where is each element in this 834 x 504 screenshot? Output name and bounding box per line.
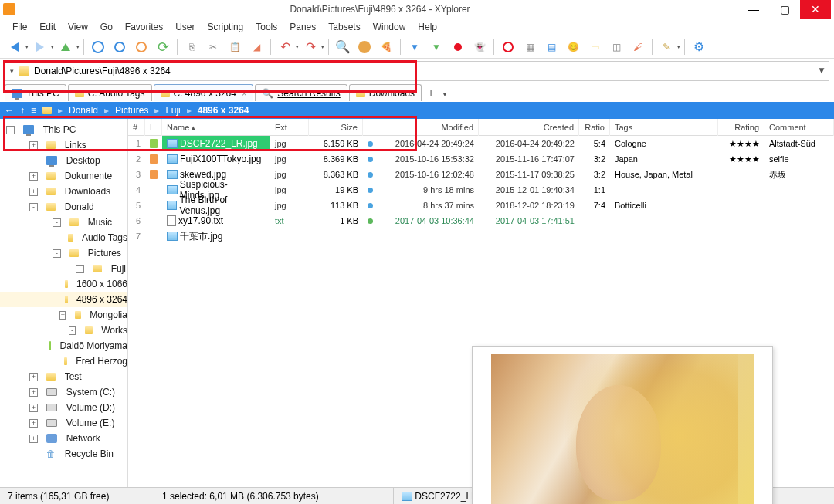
tree-toggle-icon[interactable]: - [76, 265, 84, 273]
tree-toggle-icon[interactable]: - [53, 218, 61, 227]
filter-toggle-icon[interactable]: ▼ [817, 65, 826, 76]
filter2-icon[interactable]: ▼ [426, 37, 446, 57]
menu-panes[interactable]: Panes [283, 19, 322, 35]
column-header[interactable]: L [145, 119, 162, 136]
pizza-icon[interactable]: 🍕 [376, 37, 396, 57]
tree-toggle-icon[interactable]: + [29, 141, 38, 150]
panel-icon[interactable]: ▭ [585, 37, 605, 57]
tree-toggle-icon[interactable]: - [69, 326, 76, 335]
tree-node[interactable]: Audio Tags [0, 230, 127, 245]
tree-node[interactable]: 1600 x 1066 [0, 276, 127, 292]
column-header[interactable]: Size [309, 119, 363, 136]
tree-node[interactable]: - Music [0, 215, 127, 230]
column-header[interactable]: Ext [270, 119, 309, 136]
file-row[interactable]: 7 千葉市.jpg [128, 228, 834, 244]
tree-node[interactable]: + Network [0, 431, 127, 446]
crumb-1[interactable]: Donald [69, 105, 98, 116]
tree-node[interactable]: Fred Herzog [0, 353, 127, 369]
delete-icon[interactable]: ◢ [246, 37, 266, 57]
zoom-icon[interactable] [110, 37, 130, 57]
file-row[interactable]: 1 DSCF2722_LR.jpgjpg6.159 KB2016-04-24 2… [128, 136, 834, 151]
folder-tree[interactable]: - This PC+ Links Desktop+ Dokumente+ Dow… [0, 119, 128, 487]
column-header[interactable]: Name▴ [162, 119, 270, 136]
tree-node[interactable]: + Volume (E:) [0, 415, 127, 431]
emoji-icon[interactable]: 😊 [563, 37, 583, 57]
tree-node[interactable]: - Donald [0, 199, 127, 215]
tree-toggle-icon[interactable]: + [29, 172, 38, 181]
crumb-4[interactable]: 4896 x 3264 [198, 105, 249, 116]
back-button[interactable] [5, 37, 25, 57]
power-icon[interactable] [131, 37, 151, 57]
tree-toggle-icon[interactable]: + [29, 388, 38, 397]
crumb-up-icon[interactable]: ↑ [20, 105, 25, 116]
tree-node[interactable]: - Fuji [0, 261, 127, 276]
spiral-icon[interactable] [498, 37, 518, 57]
tree-toggle-icon[interactable]: + [59, 311, 66, 320]
tree-node[interactable]: + Downloads [0, 184, 127, 199]
tab-c-4896-x-3264[interactable]: C: 4896 x 3264× [154, 84, 254, 101]
search-icon[interactable]: 🔍 [333, 37, 353, 57]
column-header[interactable]: Modified [378, 119, 479, 136]
tree-node[interactable]: + Volume (D:) [0, 400, 127, 415]
tree-node[interactable]: + Mongolia [0, 307, 127, 323]
column-header[interactable]: Rating [718, 119, 764, 136]
up-button[interactable] [56, 37, 76, 57]
menu-favorites[interactable]: Favorites [119, 19, 169, 35]
crumb-menu-icon[interactable]: ≡ [31, 105, 36, 116]
tree-toggle-icon[interactable]: + [29, 373, 38, 381]
menu-user[interactable]: User [169, 19, 201, 35]
tree-node[interactable]: Desktop [0, 153, 127, 168]
copy-icon[interactable]: ⎘ [181, 37, 202, 57]
paste-icon[interactable]: 📋 [225, 37, 245, 57]
menu-view[interactable]: View [62, 19, 94, 35]
menu-scripting[interactable]: Scripting [202, 19, 250, 35]
brush-icon[interactable]: 🖌 [628, 37, 648, 57]
edit-icon[interactable]: ✎ [656, 37, 676, 57]
tree-node[interactable]: 4896 x 3264 [0, 292, 127, 307]
record-icon[interactable] [448, 37, 468, 57]
column-headers[interactable]: #LName▴ExtSizeModifiedCreatedRatioTagsRa… [128, 119, 834, 136]
tree-toggle-icon[interactable]: - [6, 126, 15, 134]
list-icon[interactable]: ▤ [541, 37, 561, 57]
column-header[interactable]: Created [479, 119, 579, 136]
refresh-icon[interactable]: ⟳ [153, 37, 173, 57]
tree-node[interactable]: + Test [0, 369, 127, 384]
menu-file[interactable]: File [6, 19, 33, 35]
tab-this-pc[interactable]: This PC [5, 84, 66, 101]
tab-close-icon[interactable]: × [242, 89, 246, 98]
menu-edit[interactable]: Edit [33, 19, 62, 35]
crumb-2[interactable]: Pictures [115, 105, 148, 116]
column-header[interactable]: Tags [610, 119, 718, 136]
maximize-button[interactable]: ▢ [769, 0, 800, 19]
menu-tools[interactable]: Tools [249, 19, 283, 35]
tree-node[interactable]: - Pictures [0, 245, 127, 261]
crumb-back-icon[interactable]: ← [5, 105, 14, 116]
tree-toggle-icon[interactable]: - [53, 249, 61, 258]
tree-node[interactable]: 🗑 Recycle Bin [0, 446, 127, 462]
menu-help[interactable]: Help [412, 19, 443, 35]
tab-downloads[interactable]: Downloads [349, 84, 422, 101]
cut-icon[interactable]: ✂ [203, 37, 223, 57]
tree-node[interactable]: - This PC [0, 122, 127, 137]
tree-toggle-icon[interactable]: + [29, 435, 38, 443]
tree-node[interactable]: - Works [0, 323, 127, 338]
grid-icon[interactable]: ▦ [520, 37, 540, 57]
tab-c-audio-tags[interactable]: C: Audio Tags [68, 84, 152, 101]
tree-node[interactable]: + Dokumente [0, 168, 127, 184]
file-row[interactable]: 6 xy17.90.txttxt1 KB2017-04-03 10:36:442… [128, 213, 834, 228]
new-tab-button[interactable]: + [423, 86, 439, 99]
tree-node[interactable]: Daidō Moriyama [0, 338, 127, 353]
column-header[interactable]: Ratio [579, 119, 610, 136]
cookie-icon[interactable] [354, 37, 375, 57]
redo-button[interactable]: ↷ [300, 37, 320, 57]
menu-go[interactable]: Go [94, 19, 119, 35]
column-header[interactable] [363, 119, 378, 136]
tree-toggle-icon[interactable]: + [29, 188, 38, 196]
tree-toggle-icon[interactable]: + [29, 404, 38, 412]
tree-toggle-icon[interactable]: + [29, 419, 38, 428]
tree-node[interactable]: + System (C:) [0, 384, 127, 400]
close-button[interactable]: ✕ [800, 0, 831, 19]
crumb-3[interactable]: Fuji [165, 105, 180, 116]
undo-button[interactable]: ↶ [275, 37, 295, 57]
filter1-icon[interactable]: ▼ [405, 37, 425, 57]
